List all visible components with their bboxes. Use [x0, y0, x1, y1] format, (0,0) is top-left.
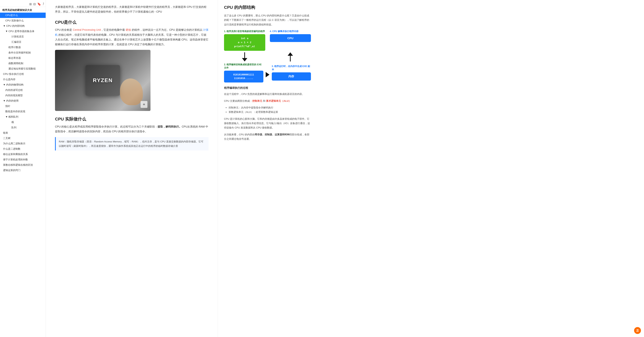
sidebar: ⊞ ⊟ 🔖 ⤴ 程序员必知的硬核知识大全 CPU是什么CPU 实际做什么▼ CP…: [0, 0, 46, 337]
sidebar-item-linked-list[interactable]: 链表: [0, 130, 46, 136]
step2-label: 2. 程序编译后转换成机器语言的 EXE 文件: [224, 63, 263, 70]
sidebar-top-icons: ⊞ ⊟ 🔖 ⤴: [0, 2, 46, 7]
step2-col: 2. 程序编译后转换成机器语言的 EXE 文件 0101010000011111…: [224, 63, 263, 82]
sidebar-item-machine-lang[interactable]: 计算机语言: [0, 34, 46, 39]
step3-box: 内存: [272, 72, 311, 80]
step3-label: 3. 程序运行时，在内存中生成 EXE 副本: [272, 65, 311, 71]
arrow-right-middle: [266, 72, 270, 77]
sidebar-item-mem-use[interactable]: ▼ 内存的使用: [0, 98, 46, 104]
sidebar-item-arith-logic[interactable]: 算数右移和逻辑右移的区别: [0, 162, 46, 168]
sidebar-item-cpu-exec[interactable]: CPU 指令执行过程: [0, 72, 46, 77]
share-icon[interactable]: ⤴: [42, 2, 44, 6]
sidebar-root-title: 程序员必知的硬核知识大全: [0, 8, 46, 12]
sidebar-item-cpu-do[interactable]: CPU 实际做什么: [0, 18, 46, 23]
intro-paragraph: 大家都是程序员，大家都是和计算机打交道的程序员，大家都是和计算机中软硬件打交道的…: [55, 4, 208, 14]
step1-label: 1. 程序员用C语言等高级语言编写的程序: [224, 30, 265, 33]
sidebar-item-complement[interactable]: 便于计算机处理的补数: [0, 157, 46, 162]
summary-p1: CPU 是计算机的心脏和大脑。它和内存都是由许多晶体管组成的电子部件。它接收数据…: [224, 117, 311, 130]
step2-box: 01010100000111111101010......: [224, 71, 263, 82]
process-p1: 在这个流程中，CPU 负责的就是解释和运行最终转换成机器语言的内容。: [224, 92, 311, 96]
sidebar-item-prog-counter[interactable]: 程序计数器: [0, 45, 46, 50]
brand-logo: S: [634, 327, 641, 334]
cpu-image: RYZEN +: [55, 50, 150, 111]
sidebar-item-what-is-mem[interactable]: 什么是内存: [0, 77, 46, 82]
sidebar-item-flag-reg[interactable]: 标志寄存器: [0, 55, 46, 61]
process-title: 程序编译执行的过程: [224, 86, 311, 90]
step4-box: CPU: [270, 34, 311, 42]
ram-blockquote: RAM：随机存取存储器（英语：Random Access Memory，缩写：R…: [55, 137, 208, 151]
sidebar-item-shift-div[interactable]: 移位运算和乘除的关系: [0, 152, 46, 157]
list-item: 算数逻辑单元（ALU）：处理算数和逻辑运算: [228, 110, 311, 114]
list-item: 控制单元：从内存中提取指令并解码执行: [228, 106, 311, 110]
components-list: 控制单元：从内存中提取指令并解码执行算数逻辑单元（ALU）：处理算数和逻辑运算: [224, 106, 311, 114]
sidebar-item-cpu-internal[interactable]: ▼ CPU 的内部结构: [0, 23, 46, 29]
sidebar-item-stack[interactable]: 栈: [0, 120, 46, 125]
sidebar-item-logic-door[interactable]: 逻辑运算的窍门: [0, 168, 46, 173]
sidebar-item-binary-tree[interactable]: 二叉树: [0, 136, 46, 141]
sidebar-items-container: CPU是什么CPU 实际做什么▼ CPU 的内部结构▼ CPU 是寄存器的集合体…: [0, 12, 46, 173]
sidebar-item-queue[interactable]: 队列: [0, 125, 46, 130]
sidebar-item-mem-physical[interactable]: ▼ 内存的物理结构: [0, 82, 46, 88]
grid2-icon[interactable]: ⊟: [33, 2, 36, 6]
arrow-up-right: [270, 52, 311, 62]
main-content: 大家都是程序员，大家都是和计算机打交道的程序员，大家都是和计算机中软硬件打交道的…: [46, 0, 218, 337]
sidebar-item-array-mem[interactable]: 数组是内存的实现: [0, 109, 46, 114]
sidebar-item-stack-queue[interactable]: ▼ 栈和队列: [0, 114, 46, 120]
sidebar-item-what-binary[interactable]: 什么是二进制数: [0, 146, 46, 152]
summary-p2: 从功能来看，CPU 的内部由寄存器、控制器、运算器和时钟四部分组成，各部分之间通…: [224, 132, 311, 141]
section2-p1: CPU 的核心是从程序或应用程序获取指令并执行计算。此过程可以分为三个关键阶段：…: [55, 124, 208, 134]
arrow-down-left: [224, 52, 265, 62]
sidebar-item-addr-array[interactable]: 通过地址和索引实现数组: [0, 66, 46, 72]
step4-label: 4. CPU 解释并执行程序内容: [270, 30, 311, 33]
step1-box: int aa = 1 + 2printf("%d",a): [224, 34, 265, 50]
image-plus-icon[interactable]: +: [140, 101, 148, 108]
sidebar-item-why-binary[interactable]: 为什么用二进制表示: [0, 141, 46, 146]
cpu-diagram: 1. 程序员用C语言等高级语言编写的程序 int aa = 1 + 2print…: [224, 30, 311, 82]
sidebar-item-asm-lang[interactable]: 汇编语言: [0, 39, 46, 45]
step3-col: 3. 程序运行时，在内存中生成 EXE 副本 内存: [272, 65, 311, 80]
sidebar-item-cpu-what[interactable]: CPU是什么: [0, 12, 46, 18]
sidebar-item-mem-rw[interactable]: 内存的读写过程: [0, 88, 46, 93]
sidebar-item-pointer[interactable]: 指针: [0, 104, 46, 109]
right-panel-title: CPU 的内部结构: [224, 4, 311, 10]
sidebar-item-branch[interactable]: 条件分支和循环机制: [0, 50, 46, 55]
sidebar-item-func-call[interactable]: 函数调用机制: [0, 61, 46, 66]
bookmark-icon[interactable]: 🔖: [37, 2, 41, 6]
step1-col: 1. 程序员用C语言等高级语言编写的程序 int aa = 1 + 2print…: [224, 30, 265, 50]
sidebar-item-mem-real[interactable]: 内存的现实模型: [0, 93, 46, 98]
section2-title: CPU 实际做什么: [55, 116, 208, 122]
section1-p1: CPU 的全称是 Central Processing Unit，它是你的电脑中…: [55, 28, 208, 47]
right-panel: CPU 的内部结构 说了这么多 CPU 的重要性，那么 CPU 的内部结构是什么…: [218, 0, 317, 337]
right-panel-intro: 说了这么多 CPU 的重要性，那么 CPU 的内部结构是什么呢？又是由什么组成的…: [224, 13, 311, 27]
components-line: CPU 主要由两部分构成：控制单元 和 算术逻辑单元（ALU）: [224, 99, 311, 103]
grid-icon[interactable]: ⊞: [29, 2, 32, 6]
section1-title: CPU是什么: [55, 20, 208, 25]
step4-col: 4. CPU 解释并执行程序内容 CPU: [270, 30, 311, 50]
sidebar-item-cpu-registers[interactable]: ▼ CPU 是寄存器的集合体: [0, 29, 46, 34]
